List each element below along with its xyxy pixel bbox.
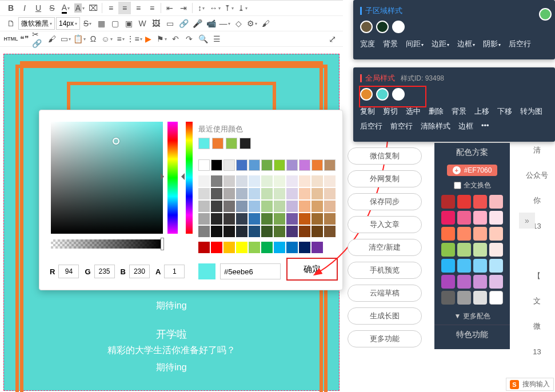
scheme-swatch[interactable]: [489, 195, 503, 209]
hex-input[interactable]: [220, 263, 281, 279]
eraser-button[interactable]: ⌧: [87, 2, 99, 14]
palette-swatch[interactable]: [198, 226, 210, 237]
side-action-button[interactable]: 更多功能: [348, 330, 422, 347]
style-action[interactable]: 边框▾: [457, 39, 475, 49]
palette-swatch[interactable]: [249, 159, 260, 171]
ime-indicator[interactable]: S 搜狗输入: [506, 378, 554, 391]
margin-top-button[interactable]: ⤒▾: [222, 2, 235, 14]
scheme-swatch[interactable]: [457, 195, 471, 209]
letter-w-button[interactable]: W: [136, 17, 149, 30]
style-action[interactable]: 阴影▾: [483, 39, 501, 49]
palette-swatch[interactable]: [299, 175, 310, 187]
palette-swatch[interactable]: [299, 226, 310, 237]
palette-swatch[interactable]: [211, 226, 222, 237]
palette-swatch[interactable]: [211, 201, 222, 212]
palette-swatch[interactable]: [286, 188, 298, 199]
palette-swatch[interactable]: [312, 175, 323, 187]
scheme-swatch[interactable]: [457, 259, 471, 273]
scheme-swatch[interactable]: [457, 291, 471, 305]
palette-swatch[interactable]: [223, 242, 235, 253]
palette-swatch[interactable]: [198, 188, 210, 199]
scheme-swatch[interactable]: [489, 211, 503, 225]
indent-dec-button[interactable]: ⇤: [163, 2, 176, 14]
scheme-swatch[interactable]: [489, 275, 503, 289]
link-button[interactable]: 🔗: [177, 17, 190, 30]
side-action-button[interactable]: 清空/新建: [348, 239, 422, 256]
palette-swatch[interactable]: [249, 175, 260, 187]
style-color-circle[interactable]: [376, 88, 389, 101]
palette-swatch[interactable]: [324, 226, 336, 237]
palette-swatch[interactable]: [223, 159, 235, 171]
style-action[interactable]: 间距▾: [406, 39, 424, 49]
underline-button[interactable]: U: [32, 2, 45, 14]
palette-swatch[interactable]: [324, 201, 336, 212]
palette-swatch[interactable]: [312, 188, 323, 199]
strike-button[interactable]: S: [46, 2, 58, 14]
palette-swatch[interactable]: [261, 213, 273, 225]
palette-swatch[interactable]: [198, 159, 210, 171]
palette-swatch[interactable]: [198, 242, 210, 253]
align-left-button[interactable]: ≡: [105, 2, 117, 14]
side-action-button[interactable]: 导入文章: [348, 216, 422, 233]
gradient-handle[interactable]: [113, 138, 119, 145]
scheme-swatch[interactable]: [473, 291, 487, 305]
r-input[interactable]: [58, 265, 79, 278]
scheme-swatch[interactable]: [441, 243, 455, 257]
palette-swatch[interactable]: [312, 226, 323, 237]
saturation-gradient[interactable]: [51, 122, 163, 234]
ordered-list-button[interactable]: ≡▾: [114, 33, 127, 45]
emoji-button[interactable]: ☺▾: [101, 33, 113, 45]
palette-swatch[interactable]: [223, 213, 235, 225]
style-color-circle[interactable]: [360, 21, 373, 33]
align-right-button[interactable]: ≡: [132, 2, 145, 14]
palette-swatch[interactable]: [274, 201, 285, 212]
style-action[interactable]: 选中: [406, 106, 421, 117]
scheme-swatch[interactable]: [473, 275, 487, 289]
align-center-button[interactable]: ≡: [118, 2, 131, 14]
palette-swatch[interactable]: [236, 159, 247, 171]
more-colors-button[interactable]: ▼ 更多配色: [434, 308, 510, 325]
palette-swatch[interactable]: [223, 175, 235, 187]
palette-swatch[interactable]: [274, 188, 285, 199]
clipboard-button[interactable]: 📋▾: [73, 33, 86, 45]
style-action[interactable]: 背景: [452, 106, 466, 117]
style-action[interactable]: 剪切: [383, 106, 398, 117]
palette-swatch[interactable]: [236, 242, 247, 253]
scheme-swatch[interactable]: [441, 259, 455, 273]
palette-swatch[interactable]: [261, 175, 273, 187]
palette-swatch[interactable]: [211, 188, 222, 199]
color-tag[interactable]: +#EF7060: [447, 165, 498, 176]
palette-swatch[interactable]: [236, 188, 247, 199]
scheme-swatch[interactable]: [473, 243, 487, 257]
palette-swatch[interactable]: [198, 175, 210, 187]
palette-swatch[interactable]: [211, 213, 222, 225]
palette-swatch[interactable]: [261, 242, 273, 253]
scheme-swatch[interactable]: [489, 259, 503, 273]
redo-button[interactable]: ↷: [183, 33, 195, 45]
recent-swatch[interactable]: [226, 138, 237, 149]
scheme-swatch[interactable]: [489, 291, 503, 305]
palette-swatch[interactable]: [324, 159, 336, 171]
font-color-button[interactable]: A▾: [59, 2, 72, 14]
hue-slider-alt[interactable]: [186, 122, 193, 234]
side-action-button[interactable]: 外网复制: [348, 170, 422, 187]
new-doc-button[interactable]: 🗋: [5, 17, 17, 30]
scheme-swatch[interactable]: [489, 243, 503, 257]
style-action[interactable]: 上移: [474, 106, 489, 117]
scheme-swatch[interactable]: [441, 291, 455, 305]
alpha-slider[interactable]: [51, 239, 163, 249]
indent-inc-button[interactable]: ⇥: [177, 2, 190, 14]
palette-swatch[interactable]: [261, 159, 273, 171]
strike2-button[interactable]: S▾: [81, 17, 94, 30]
palette-swatch[interactable]: [299, 242, 310, 253]
recent-swatch[interactable]: [212, 138, 223, 149]
fulltext-recolor-checkbox[interactable]: 全文换色: [434, 178, 510, 195]
style-action[interactable]: 边框: [458, 121, 473, 131]
scheme-swatch[interactable]: [473, 195, 487, 209]
collapse-button[interactable]: »: [519, 213, 535, 229]
side-action-button[interactable]: 生成长图: [348, 307, 422, 325]
palette-swatch[interactable]: [274, 175, 285, 187]
gear-icon[interactable]: ⚙▾: [246, 17, 258, 30]
style-action[interactable]: 删除: [429, 106, 444, 117]
style-action[interactable]: 后空行: [509, 39, 531, 49]
